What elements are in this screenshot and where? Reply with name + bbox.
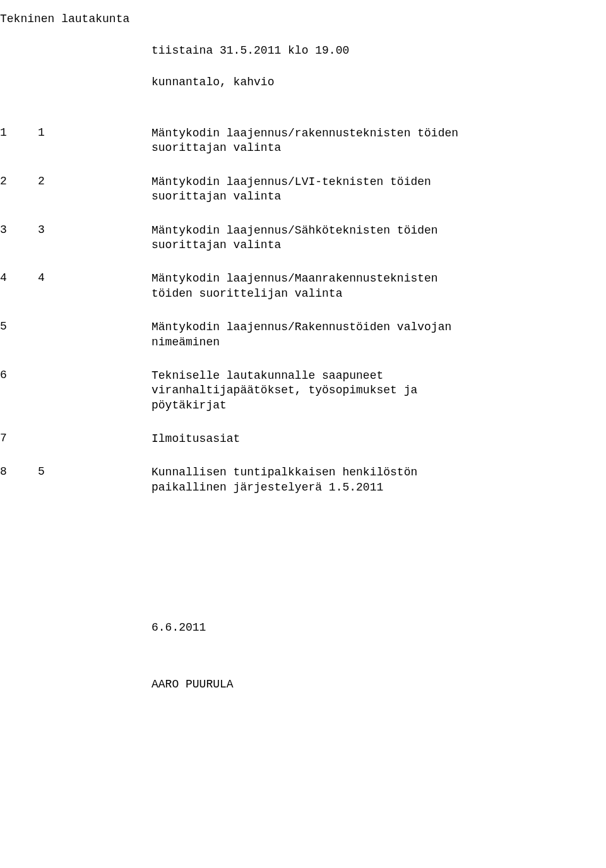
agenda-text: Mäntykodin laajennus/Rakennustöiden valv… bbox=[152, 320, 480, 350]
author-name: AARO PUURULA bbox=[152, 678, 581, 691]
agenda-number-2: 2 bbox=[38, 175, 152, 187]
agenda-number-1: 5 bbox=[0, 320, 38, 333]
agenda-number-1: 1 bbox=[0, 126, 38, 139]
agenda-row: 1 1 Mäntykodin laajennus/rakennusteknist… bbox=[0, 126, 581, 156]
agenda-number-1: 3 bbox=[0, 223, 38, 236]
agenda-row: 4 4 Mäntykodin laajennus/Maanrakennustek… bbox=[0, 271, 581, 301]
agenda-row: 5 Mäntykodin laajennus/Rakennustöiden va… bbox=[0, 320, 581, 350]
agenda-number-2: 5 bbox=[38, 465, 152, 478]
meeting-datetime: tiistaina 31.5.2011 klo 19.00 bbox=[152, 44, 581, 57]
agenda-number-2: 4 bbox=[38, 271, 152, 284]
agenda-row: 3 3 Mäntykodin laajennus/Sähköteknisten … bbox=[0, 223, 581, 253]
agenda-row: 2 2 Mäntykodin laajennus/LVI-teknisten t… bbox=[0, 175, 581, 205]
agenda-text: Mäntykodin laajennus/LVI-teknisten töide… bbox=[152, 175, 480, 205]
agenda-text: Mäntykodin laajennus/Sähköteknisten töid… bbox=[152, 223, 480, 253]
agenda-number-1: 6 bbox=[0, 369, 38, 381]
footer-date: 6.6.2011 bbox=[152, 621, 581, 634]
agenda-number-2: 3 bbox=[38, 223, 152, 236]
agenda-text: Mäntykodin laajennus/Maanrakennusteknist… bbox=[152, 271, 480, 301]
agenda-number-1: 8 bbox=[0, 465, 38, 478]
agenda-row: 7 Ilmoitusasiat bbox=[0, 432, 581, 446]
page-title: Tekninen lautakunta bbox=[0, 13, 581, 25]
agenda-text: Kunnallisen tuntipalkkaisen henkilöstön … bbox=[152, 465, 480, 495]
agenda-row: 8 5 Kunnallisen tuntipalkkaisen henkilös… bbox=[0, 465, 581, 495]
agenda-number-2: 1 bbox=[38, 126, 152, 139]
agenda-number-1: 7 bbox=[0, 432, 38, 444]
agenda-text: Tekniselle lautakunnalle saapuneet viran… bbox=[152, 369, 480, 413]
agenda-row: 6 Tekniselle lautakunnalle saapuneet vir… bbox=[0, 369, 581, 413]
agenda-text: Mäntykodin laajennus/rakennusteknisten t… bbox=[152, 126, 480, 156]
meeting-location: kunnantalo, kahvio bbox=[152, 76, 581, 88]
agenda-number-1: 4 bbox=[0, 271, 38, 284]
agenda-number-1: 2 bbox=[0, 175, 38, 187]
agenda-list: 1 1 Mäntykodin laajennus/rakennusteknist… bbox=[0, 126, 581, 495]
agenda-text: Ilmoitusasiat bbox=[152, 432, 480, 446]
